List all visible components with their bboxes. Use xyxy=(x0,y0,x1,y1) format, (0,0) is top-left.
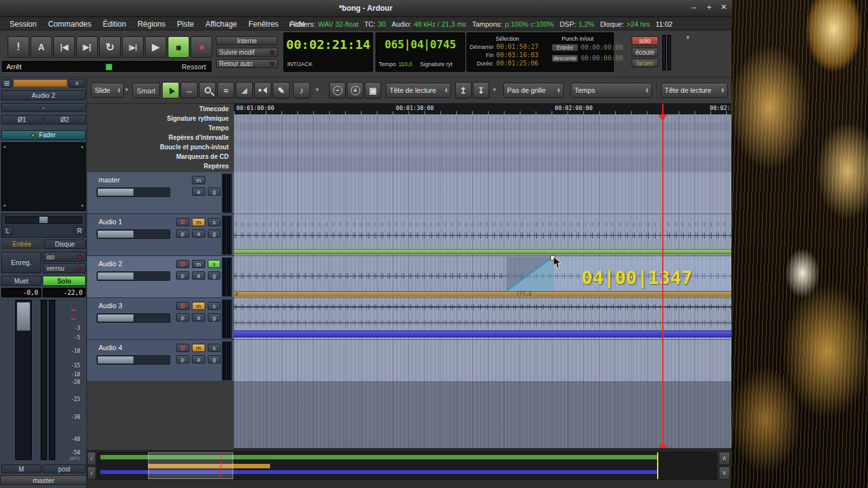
punch-out-value[interactable]: 00:00:00:00 xyxy=(581,55,623,62)
lane-signature[interactable] xyxy=(234,114,731,123)
tool-grab-button[interactable] xyxy=(162,82,179,98)
tool-fade-button[interactable]: ◢ xyxy=(236,82,253,98)
audio1-rec-button[interactable] xyxy=(176,218,189,226)
ruler-label-cd-markers[interactable]: Marqueurs de CD xyxy=(87,153,229,160)
pan-left-button[interactable]: L xyxy=(3,227,13,235)
audio1-region-bar[interactable] xyxy=(234,249,731,254)
ruler-label-tempo[interactable]: Tempo xyxy=(87,125,229,132)
track-name-master[interactable]: master xyxy=(98,176,120,184)
play-button[interactable]: ▶ xyxy=(145,36,166,58)
solo-active-button[interactable]: solo xyxy=(632,36,658,45)
primary-clock[interactable]: 00:02:21:14 xyxy=(285,37,372,52)
ruler-label-loop-punch[interactable]: Boucle et punch-in/out xyxy=(87,144,229,151)
audio2-g-button[interactable]: g xyxy=(208,271,220,280)
track-name-audio3[interactable]: Audio 3 xyxy=(98,302,122,309)
tool-audition-button[interactable] xyxy=(254,82,271,98)
tool-edit-note-button[interactable]: ♪ xyxy=(293,82,310,98)
audio3-p-button[interactable]: p xyxy=(176,313,189,322)
phase2-button[interactable]: Ø2 xyxy=(44,115,86,125)
shuttle-mode-button[interactable]: Ressort xyxy=(182,63,206,71)
canvas-empty-area[interactable] xyxy=(234,382,731,448)
audio2-mute-button[interactable]: m xyxy=(192,260,205,268)
gain-display[interactable]: -0,0 xyxy=(1,288,41,297)
audio1-gain-handle[interactable] xyxy=(98,231,133,238)
phase1-button[interactable]: Ø1 xyxy=(1,115,43,125)
summary-scroll-left-button[interactable]: ‹ xyxy=(87,452,96,465)
punch-out-button[interactable]: descente xyxy=(552,55,578,62)
zoom-out-button[interactable]: − xyxy=(329,82,346,98)
audio4-g-button[interactable]: g xyxy=(208,355,220,363)
master-gain-handle[interactable] xyxy=(98,189,133,196)
audio4-p-button[interactable]: p xyxy=(176,355,189,363)
lane-audio4[interactable] xyxy=(234,340,731,382)
monitor-disk-button[interactable]: Disque xyxy=(44,240,86,249)
metering-point-button[interactable]: post xyxy=(43,464,86,473)
strip-close-button[interactable]: × xyxy=(69,79,85,88)
gain-fader-handle[interactable] xyxy=(17,302,31,331)
feedback-button[interactable]: larsen xyxy=(632,58,658,67)
follow-edits-button[interactable]: Suivre modif xyxy=(216,48,278,57)
strip-collapse-button[interactable]: - xyxy=(1,103,86,112)
audio2-region-bar[interactable]: 2 ???.3 xyxy=(234,291,731,297)
lane-master[interactable] xyxy=(234,172,731,214)
shrink-tracks-button[interactable]: ↥ xyxy=(455,82,471,98)
tool-draw-button[interactable]: ✎ xyxy=(273,82,290,98)
monitor-button[interactable]: écoute xyxy=(632,48,658,57)
ruler-label-ranges[interactable]: Repères d'intervalle xyxy=(87,134,229,141)
close-icon[interactable]: ✕ xyxy=(718,3,729,14)
peak-display[interactable]: -22,0 xyxy=(43,288,86,297)
lane-markers[interactable] xyxy=(234,156,731,172)
master-mute-button[interactable]: m xyxy=(192,176,205,184)
zoom-chevron-icon[interactable]: ▾ xyxy=(493,86,496,93)
playhead-line[interactable] xyxy=(662,104,663,448)
audio3-rec-button[interactable] xyxy=(176,302,189,310)
minimize-icon[interactable]: – xyxy=(688,3,700,14)
midi-panic-button[interactable]: ! xyxy=(8,36,29,58)
menu-regions[interactable]: Régions xyxy=(132,20,171,29)
audio4-a-button[interactable]: a xyxy=(192,355,205,363)
solo-button[interactable]: Solo xyxy=(43,276,86,286)
ruler-label-signature[interactable]: Signature rythmique xyxy=(87,115,229,122)
transport-options-chevron-icon[interactable]: ▾ xyxy=(686,34,689,41)
lane-cd-markers[interactable] xyxy=(234,147,731,156)
ruler-label-timecode[interactable]: Timecode xyxy=(87,105,229,112)
zoom-fit-button[interactable]: ▣ xyxy=(365,82,381,98)
lane-loop-punch[interactable] xyxy=(234,139,731,147)
summary-scroll-up-button[interactable]: ˄ xyxy=(719,452,730,465)
audio3-g-button[interactable]: g xyxy=(208,313,220,322)
monitor-input-button[interactable]: Entrée xyxy=(1,240,43,249)
tool-range-button[interactable]: ↔ xyxy=(180,82,198,98)
expand-tracks-button[interactable]: ↧ xyxy=(473,82,489,98)
track-name-audio4[interactable]: Audio 4 xyxy=(98,344,122,351)
grid-mode-combo[interactable]: Pas de grille▴▾ xyxy=(503,83,564,98)
grid-unit-combo[interactable]: Temps▴▾ xyxy=(571,83,652,98)
lane-ranges[interactable] xyxy=(234,131,731,139)
audio3-gain-handle[interactable] xyxy=(98,315,133,322)
audio4-mute-button[interactable]: m xyxy=(192,344,205,352)
audition-button[interactable]: A xyxy=(31,36,52,58)
audio4-gain-handle[interactable] xyxy=(98,356,133,363)
menu-affichage[interactable]: Affichage xyxy=(200,20,243,29)
audio1-p-button[interactable]: p xyxy=(176,229,189,238)
fader-automation-button[interactable]: Fader xyxy=(1,130,86,140)
ruler-label-markers[interactable]: Repères xyxy=(87,163,229,170)
play-selection-button[interactable]: |▶| xyxy=(122,36,144,58)
menu-fenetres[interactable]: Fenêtres xyxy=(243,20,284,29)
record-button[interactable]: ● xyxy=(191,36,212,58)
menu-piste[interactable]: Piste xyxy=(171,20,200,29)
maximize-icon[interactable]: + xyxy=(703,3,715,14)
tools-chevron-icon[interactable]: ▾ xyxy=(316,86,319,93)
track-name-audio1[interactable]: Audio 1 xyxy=(98,218,122,226)
goto-start-button[interactable]: |◀ xyxy=(53,36,75,58)
playhead-marker-bottom[interactable] xyxy=(658,441,667,448)
pan-handle[interactable] xyxy=(39,217,48,223)
edit-point-combo[interactable]: Tête de lecture▴▾ xyxy=(661,83,728,98)
goto-end-button[interactable]: ▶| xyxy=(76,36,98,58)
audio4-rec-button[interactable] xyxy=(176,344,189,352)
edit-mode-combo[interactable]: Slide▴▾ xyxy=(91,83,124,98)
master-a-button[interactable]: a xyxy=(192,187,205,196)
zoom-in-button[interactable]: + xyxy=(347,82,363,98)
audio2-solo-button[interactable]: s xyxy=(208,260,220,268)
record-arm-button[interactable]: Enreg. xyxy=(1,252,41,273)
mono-button[interactable]: M xyxy=(1,464,41,473)
